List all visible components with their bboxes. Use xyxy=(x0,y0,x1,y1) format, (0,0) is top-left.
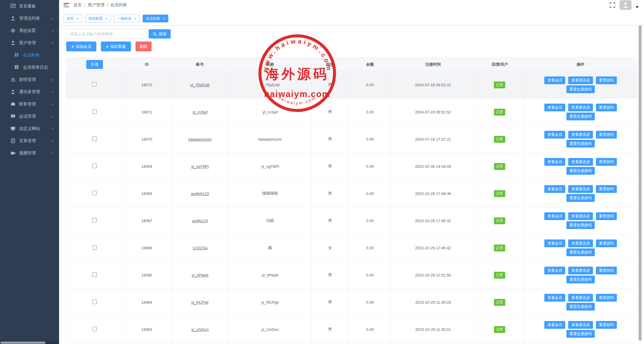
vertical-scrollbar[interactable] xyxy=(639,25,642,344)
reset-password-button[interactable]: 重置密码 xyxy=(596,104,617,111)
row-checkbox[interactable] xyxy=(92,218,97,222)
view-contacts-button[interactable]: 查看通讯录 xyxy=(568,185,593,193)
sidebar-item-session-management[interactable]: 会话管理 xyxy=(0,110,59,122)
member-registered: 2023-10-29 12:01:50 xyxy=(415,273,451,277)
close-icon[interactable]: × xyxy=(105,17,108,21)
view-session-button[interactable]: 查看会话 xyxy=(544,294,565,302)
member-account-link[interactable]: yl_ngT6Pt xyxy=(191,164,209,169)
view-session-button[interactable]: 查看会话 xyxy=(544,239,565,247)
avatar[interactable] xyxy=(620,0,631,10)
sidebar-item-video-management[interactable]: 视频管理 xyxy=(0,147,59,159)
assign-support-button[interactable]: + 指定客服 xyxy=(101,42,131,51)
close-icon[interactable]: × xyxy=(134,17,136,21)
row-checkbox[interactable] xyxy=(92,300,97,304)
reset-trade-password-button[interactable]: 重置交易密码 xyxy=(566,194,595,202)
view-session-button[interactable]: 查看会话 xyxy=(544,185,565,193)
sidebar-item-system-settings[interactable]: 系统设置 xyxy=(0,24,59,37)
view-contacts-button[interactable]: 查看通讯录 xyxy=(568,76,593,84)
view-contacts-button[interactable]: 查看通讯录 xyxy=(568,321,593,329)
tab-home[interactable]: 首页 × xyxy=(63,15,82,22)
row-checkbox[interactable] xyxy=(92,272,97,277)
select-all-button[interactable]: 全选 xyxy=(86,60,103,69)
row-checkbox[interactable] xyxy=(92,327,97,331)
sidebar-toggle-icon[interactable] xyxy=(64,3,69,7)
sidebar-item-contacts-management[interactable]: 通讯录管理 xyxy=(0,86,59,98)
tab-one-key-push[interactable]: 一键推送 × xyxy=(114,15,140,22)
view-contacts-button[interactable]: 查看通讯录 xyxy=(568,294,593,302)
reset-trade-password-button[interactable]: 重置交易密码 xyxy=(566,221,595,229)
row-checkbox[interactable] xyxy=(92,136,97,141)
table-row: 16070 haiwaiymcom haiwaiymcom 男 0.00 202… xyxy=(67,126,637,153)
sidebar-item-dashboard[interactable]: 首页看板 xyxy=(0,0,59,12)
user-menu-caret-icon[interactable] xyxy=(636,6,639,8)
reset-trade-password-button[interactable]: 重置交易密码 xyxy=(566,113,595,120)
sidebar-item-member-login-log[interactable]: 会员登录日志 xyxy=(0,61,59,73)
row-checkbox[interactable] xyxy=(92,245,97,250)
tab-member-list[interactable]: 会员列表 × xyxy=(143,15,169,22)
sidebar-item-custom-website[interactable]: 自定义网站 xyxy=(0,122,59,135)
member-account-link[interactable]: asdfgh123 xyxy=(191,191,209,196)
close-icon[interactable]: × xyxy=(76,17,79,21)
sidebar-item-article-management[interactable]: 文章管理 xyxy=(0,135,59,147)
reset-password-button[interactable]: 重置密码 xyxy=(596,294,617,302)
row-checkbox[interactable] xyxy=(92,164,97,168)
sidebar-horizontal-scrollbar[interactable] xyxy=(0,341,59,344)
sidebar-item-finance-management[interactable]: 财务管理 xyxy=(0,98,59,110)
reset-trade-password-button[interactable]: 重置交易密码 xyxy=(566,167,595,175)
reset-trade-password-button[interactable]: 重置交易密码 xyxy=(566,303,595,311)
tab-system-config[interactable]: 系统配置 × xyxy=(85,15,111,22)
view-contacts-button[interactable]: 查看通讯录 xyxy=(568,212,593,220)
reset-password-button[interactable]: 重置密码 xyxy=(596,131,617,139)
member-account-link[interactable]: yl_RCPglr xyxy=(191,300,209,305)
scrollbar-thumb[interactable] xyxy=(1,342,45,344)
row-checkbox[interactable] xyxy=(92,82,97,87)
scrollbar-thumb[interactable] xyxy=(639,25,642,341)
view-contacts-button[interactable]: 查看通讯录 xyxy=(568,267,593,274)
sidebar-item-group-management[interactable]: 群组管理 xyxy=(0,73,59,86)
contacts-icon xyxy=(10,89,16,94)
member-account-link[interactable]: yl_75pEAB xyxy=(190,83,209,87)
member-account-link[interactable]: yl_r2sDvn xyxy=(191,327,209,332)
view-session-button[interactable]: 查看会话 xyxy=(544,212,565,220)
view-session-button[interactable]: 查看会话 xyxy=(544,267,565,274)
close-icon[interactable]: × xyxy=(163,17,165,21)
view-session-button[interactable]: 查看会话 xyxy=(544,104,565,111)
search-button[interactable]: 搜索 xyxy=(149,29,171,39)
reset-trade-password-button[interactable]: 重置交易密码 xyxy=(566,140,595,148)
view-session-button[interactable]: 查看会话 xyxy=(544,158,565,166)
sidebar-item-user-management[interactable]: 用户管理 xyxy=(0,37,59,49)
reset-password-button[interactable]: 重置密码 xyxy=(596,158,617,166)
search-input[interactable] xyxy=(66,29,146,39)
view-contacts-button[interactable]: 查看通讯录 xyxy=(568,158,593,166)
sidebar-item-member-list[interactable]: 会员列表 xyxy=(0,49,59,61)
breadcrumb-home[interactable]: 首页 xyxy=(73,2,82,8)
reset-password-button[interactable]: 重置密码 xyxy=(596,76,617,84)
member-account-link[interactable]: haiwaiymcom xyxy=(188,137,212,142)
fullscreen-icon[interactable] xyxy=(609,2,615,8)
add-member-button[interactable]: + 添加会员 xyxy=(66,42,96,51)
reset-trade-password-button[interactable]: 重置交易密码 xyxy=(566,330,595,338)
delete-button[interactable]: 删除 xyxy=(135,42,152,51)
member-account-link[interactable]: asdfg123 xyxy=(192,219,208,223)
view-session-button[interactable]: 查看会话 xyxy=(544,131,565,139)
reset-password-button[interactable]: 重置密码 xyxy=(596,267,617,274)
breadcrumb-user-management[interactable]: 用户管理 xyxy=(88,2,104,8)
view-session-button[interactable]: 查看会话 xyxy=(544,321,565,329)
reset-trade-password-button[interactable]: 重置交易密码 xyxy=(566,248,595,256)
reset-password-button[interactable]: 重置密码 xyxy=(596,321,617,329)
reset-trade-password-button[interactable]: 重置交易密码 xyxy=(566,85,595,93)
reset-password-button[interactable]: 重置密码 xyxy=(596,212,617,220)
reset-trade-password-button[interactable]: 重置交易密码 xyxy=(566,276,595,283)
member-account-link[interactable]: yl_rU3yif xyxy=(192,110,208,114)
member-account-link[interactable]: yl_hPtlqN xyxy=(192,273,208,277)
sidebar-item-admin-list[interactable]: 管理员列表 xyxy=(0,12,59,24)
view-contacts-button[interactable]: 查看通讯录 xyxy=(568,104,593,111)
view-contacts-button[interactable]: 查看通讯录 xyxy=(568,131,593,139)
view-session-button[interactable]: 查看会话 xyxy=(544,76,565,84)
view-contacts-button[interactable]: 查看通讯录 xyxy=(568,239,593,247)
row-checkbox[interactable] xyxy=(92,109,97,114)
reset-password-button[interactable]: 重置密码 xyxy=(596,185,617,193)
row-checkbox[interactable] xyxy=(92,191,97,195)
reset-password-button[interactable]: 重置密码 xyxy=(596,239,617,247)
member-account-link[interactable]: 123123a xyxy=(192,246,208,250)
